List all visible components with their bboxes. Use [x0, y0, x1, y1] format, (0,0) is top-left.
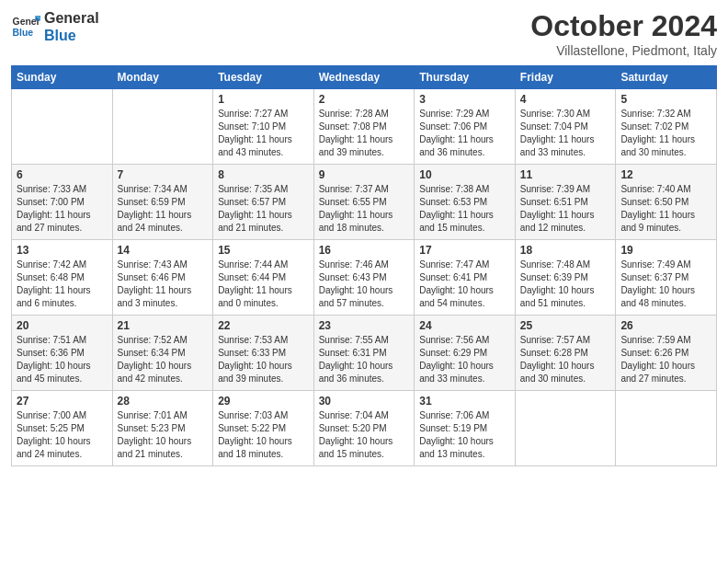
day-detail: Sunrise: 7:38 AM Sunset: 6:53 PM Dayligh…	[419, 183, 510, 235]
calendar-cell	[112, 89, 213, 165]
calendar-cell: 16Sunrise: 7:46 AM Sunset: 6:43 PM Dayli…	[313, 240, 415, 316]
header-day-tuesday: Tuesday	[213, 66, 314, 89]
calendar-header-row: SundayMondayTuesdayWednesdayThursdayFrid…	[12, 66, 717, 89]
calendar-week-row: 13Sunrise: 7:42 AM Sunset: 6:48 PM Dayli…	[12, 240, 717, 316]
calendar-week-row: 20Sunrise: 7:51 AM Sunset: 6:36 PM Dayli…	[12, 316, 717, 391]
header: General Blue General Blue October 2024 V…	[11, 9, 717, 58]
day-detail: Sunrise: 7:34 AM Sunset: 6:59 PM Dayligh…	[118, 183, 209, 235]
day-number: 10	[419, 168, 510, 181]
day-detail: Sunrise: 7:39 AM Sunset: 6:51 PM Dayligh…	[520, 183, 611, 235]
day-number: 24	[419, 319, 510, 332]
day-detail: Sunrise: 7:40 AM Sunset: 6:50 PM Dayligh…	[620, 183, 711, 235]
calendar-cell: 1Sunrise: 7:27 AM Sunset: 7:10 PM Daylig…	[213, 89, 314, 165]
day-number: 23	[319, 319, 410, 332]
calendar-cell: 20Sunrise: 7:51 AM Sunset: 6:36 PM Dayli…	[12, 316, 113, 391]
calendar-cell: 4Sunrise: 7:30 AM Sunset: 7:04 PM Daylig…	[515, 89, 616, 165]
calendar-body: 1Sunrise: 7:27 AM Sunset: 7:10 PM Daylig…	[12, 89, 717, 466]
day-detail: Sunrise: 7:48 AM Sunset: 6:39 PM Dayligh…	[520, 259, 611, 310]
day-detail: Sunrise: 7:29 AM Sunset: 7:06 PM Dayligh…	[419, 108, 510, 159]
day-detail: Sunrise: 7:44 AM Sunset: 6:44 PM Dayligh…	[218, 259, 309, 310]
day-number: 20	[17, 319, 108, 332]
calendar-cell: 7Sunrise: 7:34 AM Sunset: 6:59 PM Daylig…	[112, 165, 213, 240]
day-number: 4	[520, 93, 611, 106]
day-number: 19	[620, 244, 711, 257]
day-number: 14	[118, 244, 209, 257]
calendar-cell: 24Sunrise: 7:56 AM Sunset: 6:29 PM Dayli…	[415, 316, 516, 391]
header-day-friday: Friday	[515, 66, 616, 89]
calendar-week-row: 27Sunrise: 7:00 AM Sunset: 5:25 PM Dayli…	[12, 391, 717, 466]
day-detail: Sunrise: 7:32 AM Sunset: 7:02 PM Dayligh…	[620, 108, 711, 159]
day-number: 25	[520, 319, 611, 332]
day-detail: Sunrise: 7:27 AM Sunset: 7:10 PM Dayligh…	[218, 108, 309, 159]
calendar-cell: 22Sunrise: 7:53 AM Sunset: 6:33 PM Dayli…	[213, 316, 314, 391]
day-detail: Sunrise: 7:43 AM Sunset: 6:46 PM Dayligh…	[118, 259, 209, 310]
day-detail: Sunrise: 7:06 AM Sunset: 5:19 PM Dayligh…	[419, 409, 510, 461]
day-detail: Sunrise: 7:49 AM Sunset: 6:37 PM Dayligh…	[620, 259, 711, 310]
calendar-cell	[515, 391, 616, 466]
day-detail: Sunrise: 7:03 AM Sunset: 5:22 PM Dayligh…	[218, 409, 309, 461]
calendar-cell: 30Sunrise: 7:04 AM Sunset: 5:20 PM Dayli…	[313, 391, 415, 466]
calendar-cell: 8Sunrise: 7:35 AM Sunset: 6:57 PM Daylig…	[213, 165, 314, 240]
day-detail: Sunrise: 7:04 AM Sunset: 5:20 PM Dayligh…	[319, 409, 410, 461]
day-detail: Sunrise: 7:51 AM Sunset: 6:36 PM Dayligh…	[17, 334, 108, 385]
day-number: 6	[17, 168, 108, 181]
day-number: 2	[319, 93, 410, 106]
day-detail: Sunrise: 7:57 AM Sunset: 6:28 PM Dayligh…	[520, 334, 611, 385]
logo: General Blue General Blue	[11, 9, 99, 44]
calendar-cell: 5Sunrise: 7:32 AM Sunset: 7:02 PM Daylig…	[616, 89, 717, 165]
calendar-cell: 6Sunrise: 7:33 AM Sunset: 7:00 PM Daylig…	[12, 165, 113, 240]
day-number: 27	[17, 395, 108, 408]
day-number: 31	[419, 395, 510, 408]
header-day-saturday: Saturday	[616, 66, 717, 89]
calendar-table: SundayMondayTuesdayWednesdayThursdayFrid…	[11, 65, 717, 466]
calendar-cell: 23Sunrise: 7:55 AM Sunset: 6:31 PM Dayli…	[313, 316, 415, 391]
calendar-cell	[616, 391, 717, 466]
day-number: 21	[118, 319, 209, 332]
day-number: 9	[319, 168, 410, 181]
day-detail: Sunrise: 7:01 AM Sunset: 5:23 PM Dayligh…	[118, 409, 209, 461]
calendar-cell	[12, 89, 113, 165]
day-number: 16	[319, 244, 410, 257]
calendar-cell: 2Sunrise: 7:28 AM Sunset: 7:08 PM Daylig…	[313, 89, 415, 165]
calendar-cell: 21Sunrise: 7:52 AM Sunset: 6:34 PM Dayli…	[112, 316, 213, 391]
title-block: October 2024 Villastellone, Piedmont, It…	[530, 9, 717, 58]
calendar-cell: 29Sunrise: 7:03 AM Sunset: 5:22 PM Dayli…	[213, 391, 314, 466]
calendar-cell: 31Sunrise: 7:06 AM Sunset: 5:19 PM Dayli…	[415, 391, 516, 466]
header-day-monday: Monday	[112, 66, 213, 89]
calendar-cell: 27Sunrise: 7:00 AM Sunset: 5:25 PM Dayli…	[12, 391, 113, 466]
calendar-cell: 28Sunrise: 7:01 AM Sunset: 5:23 PM Dayli…	[112, 391, 213, 466]
day-detail: Sunrise: 7:37 AM Sunset: 6:55 PM Dayligh…	[319, 183, 410, 235]
day-detail: Sunrise: 7:55 AM Sunset: 6:31 PM Dayligh…	[319, 334, 410, 385]
day-detail: Sunrise: 7:59 AM Sunset: 6:26 PM Dayligh…	[620, 334, 711, 385]
day-number: 3	[419, 93, 510, 106]
day-detail: Sunrise: 7:35 AM Sunset: 6:57 PM Dayligh…	[218, 183, 309, 235]
calendar-cell: 13Sunrise: 7:42 AM Sunset: 6:48 PM Dayli…	[12, 240, 113, 316]
day-detail: Sunrise: 7:47 AM Sunset: 6:41 PM Dayligh…	[419, 259, 510, 310]
calendar-cell: 3Sunrise: 7:29 AM Sunset: 7:06 PM Daylig…	[415, 89, 516, 165]
calendar-cell: 26Sunrise: 7:59 AM Sunset: 6:26 PM Dayli…	[616, 316, 717, 391]
day-number: 11	[520, 168, 611, 181]
calendar-cell: 12Sunrise: 7:40 AM Sunset: 6:50 PM Dayli…	[616, 165, 717, 240]
calendar-cell: 18Sunrise: 7:48 AM Sunset: 6:39 PM Dayli…	[515, 240, 616, 316]
day-number: 8	[218, 168, 309, 181]
header-day-thursday: Thursday	[415, 66, 516, 89]
calendar-week-row: 1Sunrise: 7:27 AM Sunset: 7:10 PM Daylig…	[12, 89, 717, 165]
calendar-cell: 14Sunrise: 7:43 AM Sunset: 6:46 PM Dayli…	[112, 240, 213, 316]
calendar-cell: 25Sunrise: 7:57 AM Sunset: 6:28 PM Dayli…	[515, 316, 616, 391]
page-container: General Blue General Blue October 2024 V…	[0, 0, 728, 476]
logo-line1: General	[44, 9, 99, 27]
day-number: 17	[419, 244, 510, 257]
day-number: 7	[118, 168, 209, 181]
calendar-cell: 11Sunrise: 7:39 AM Sunset: 6:51 PM Dayli…	[515, 165, 616, 240]
day-detail: Sunrise: 7:56 AM Sunset: 6:29 PM Dayligh…	[419, 334, 510, 385]
day-number: 5	[620, 93, 711, 106]
header-day-sunday: Sunday	[12, 66, 113, 89]
logo-line2: Blue	[44, 27, 99, 44]
day-number: 15	[218, 244, 309, 257]
day-number: 22	[218, 319, 309, 332]
day-detail: Sunrise: 7:53 AM Sunset: 6:33 PM Dayligh…	[218, 334, 309, 385]
day-number: 13	[17, 244, 108, 257]
day-number: 29	[218, 395, 309, 408]
calendar-cell: 9Sunrise: 7:37 AM Sunset: 6:55 PM Daylig…	[313, 165, 415, 240]
month-title: October 2024	[530, 9, 717, 43]
